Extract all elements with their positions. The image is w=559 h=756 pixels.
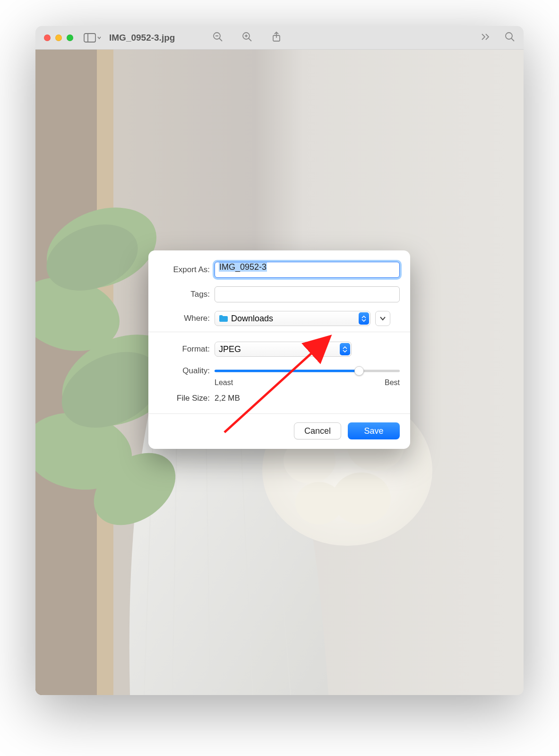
share-icon[interactable] xyxy=(271,31,282,44)
quality-best-label: Best xyxy=(385,378,400,387)
export-sheet: Export As: IMG_0952-3 Tags: Where: Downl… xyxy=(148,250,410,449)
folder-icon xyxy=(219,315,228,322)
tags-input[interactable] xyxy=(215,286,400,302)
zoom-window-button[interactable] xyxy=(67,34,73,41)
svg-line-12 xyxy=(511,38,514,41)
search-icon[interactable] xyxy=(505,32,515,44)
close-window-button[interactable] xyxy=(44,34,51,41)
slider-knob[interactable] xyxy=(354,366,364,376)
format-select[interactable]: JPEG xyxy=(215,342,352,357)
preview-window: IMG_0952-3.jpg xyxy=(35,26,524,695)
svg-line-3 xyxy=(219,38,222,41)
where-select[interactable]: Downloads xyxy=(215,311,370,326)
svg-point-11 xyxy=(506,33,512,39)
chevron-down-icon xyxy=(379,316,386,321)
quality-label: Quality: xyxy=(159,366,215,376)
chevron-up-down-icon xyxy=(340,343,350,355)
where-label: Where: xyxy=(159,314,215,323)
filesize-label: File Size: xyxy=(159,394,215,403)
window-controls xyxy=(44,34,73,41)
more-icon[interactable] xyxy=(481,34,490,42)
svg-rect-0 xyxy=(84,34,95,42)
chevron-up-down-icon xyxy=(359,312,369,325)
svg-line-6 xyxy=(249,38,251,41)
minimize-window-button[interactable] xyxy=(55,34,62,41)
window-title: IMG_0952-3.jpg xyxy=(109,33,175,43)
content-area: Export As: IMG_0952-3 Tags: Where: Downl… xyxy=(35,50,524,695)
export-as-label: Export As: xyxy=(159,265,215,275)
filename-input[interactable]: IMG_0952-3 xyxy=(215,262,400,278)
filesize-value: 2,2 MB xyxy=(215,394,240,403)
zoom-out-icon[interactable] xyxy=(213,32,223,44)
save-button[interactable]: Save xyxy=(348,422,400,439)
tags-label: Tags: xyxy=(159,290,215,299)
quality-least-label: Least xyxy=(215,378,233,387)
expand-browse-button[interactable] xyxy=(375,311,390,326)
format-label: Format: xyxy=(159,344,215,354)
sidebar-toggle-button[interactable] xyxy=(84,33,102,43)
cancel-button[interactable]: Cancel xyxy=(294,422,341,439)
quality-slider[interactable] xyxy=(215,365,400,377)
zoom-in-icon[interactable] xyxy=(242,32,252,44)
titlebar: IMG_0952-3.jpg xyxy=(35,26,524,50)
